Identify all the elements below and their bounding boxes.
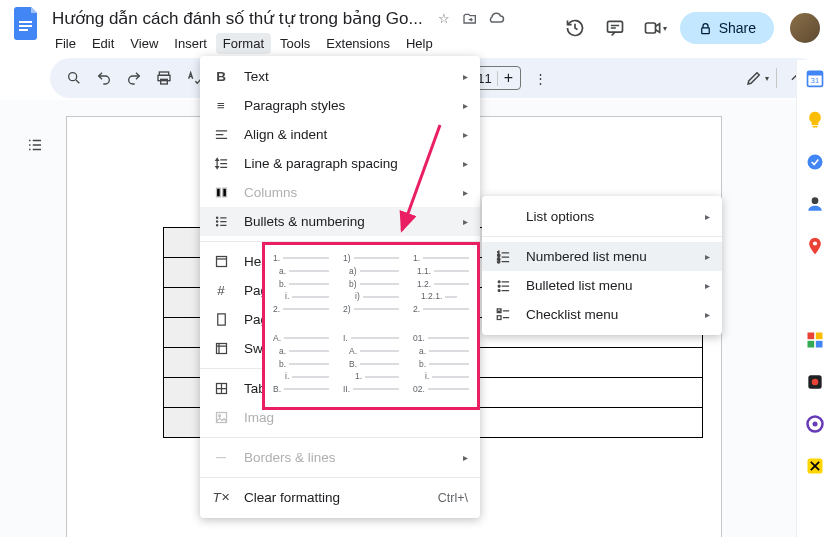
table-icon — [212, 381, 230, 396]
addon-4-icon[interactable] — [805, 456, 825, 476]
outline-icon[interactable] — [20, 130, 50, 160]
list-options[interactable]: List options▸ — [482, 202, 722, 231]
numbered-list-presets: 1. a. b. i. 2. 1) a) b) i) 2) 1. 1.1. 1.… — [262, 242, 480, 410]
document-title[interactable]: Hướng dẫn cách đánh số thứ tự trong bảng… — [48, 6, 427, 31]
numbered-list-menu[interactable]: 123Numbered list menu▸ — [482, 242, 722, 271]
format-columns: Columns▸ — [200, 178, 480, 207]
menu-file[interactable]: File — [48, 33, 83, 54]
chevron-right-icon: ▸ — [463, 129, 468, 140]
svg-rect-34 — [216, 413, 226, 423]
format-text[interactable]: BText▸ — [200, 62, 480, 91]
avatar[interactable] — [790, 13, 820, 43]
bold-icon: B — [212, 69, 230, 84]
move-icon[interactable] — [461, 10, 479, 28]
contacts-icon[interactable] — [805, 194, 825, 214]
tasks-icon[interactable] — [805, 152, 825, 172]
paragraph-icon: ≡ — [212, 98, 230, 113]
svg-text:3: 3 — [497, 258, 500, 264]
maps-icon[interactable] — [805, 236, 825, 256]
svg-rect-20 — [807, 341, 814, 348]
svg-rect-0 — [19, 21, 32, 23]
print-icon[interactable] — [150, 64, 178, 92]
svg-point-28 — [216, 221, 217, 222]
chevron-right-icon: ▸ — [463, 452, 468, 463]
chevron-right-icon: ▸ — [705, 309, 710, 320]
increase-font-icon[interactable]: + — [498, 69, 520, 87]
header: Hướng dẫn cách đánh số thứ tự trong bảng… — [0, 0, 832, 58]
header-actions: ▾ Share — [560, 6, 820, 44]
numbered-list-icon: 123 — [494, 249, 512, 264]
meet-icon[interactable]: ▾ — [640, 13, 670, 43]
chevron-right-icon: ▸ — [463, 100, 468, 111]
menu-extensions[interactable]: Extensions — [319, 33, 397, 54]
comments-icon[interactable] — [600, 13, 630, 43]
svg-rect-30 — [216, 257, 226, 267]
history-icon[interactable] — [560, 13, 590, 43]
svg-point-25 — [812, 422, 817, 427]
more-icon[interactable]: ⋮ — [527, 64, 555, 92]
checklist-icon — [494, 307, 512, 322]
svg-rect-3 — [607, 21, 622, 32]
bullets-icon — [212, 214, 230, 229]
svg-rect-18 — [807, 333, 814, 340]
image-icon — [212, 410, 230, 425]
borders-icon: ─ — [212, 450, 230, 465]
calendar-icon[interactable]: 31 — [805, 68, 825, 88]
chevron-right-icon: ▸ — [463, 71, 468, 82]
checklist-menu[interactable]: Checklist menu▸ — [482, 300, 722, 329]
chevron-right-icon: ▸ — [705, 280, 710, 291]
redo-icon[interactable] — [120, 64, 148, 92]
title-area: Hướng dẫn cách đánh số thứ tự trong bảng… — [48, 6, 560, 58]
format-bullets-numbering[interactable]: Bullets & numbering▸ — [200, 207, 480, 236]
addon-2-icon[interactable] — [805, 372, 825, 392]
menu-tools[interactable]: Tools — [273, 33, 317, 54]
menu-bar: File Edit View Insert Format Tools Exten… — [48, 31, 560, 58]
chevron-right-icon: ▸ — [463, 216, 468, 227]
list-preset-1[interactable]: 1) a) b) i) 2) — [337, 247, 405, 325]
share-label: Share — [719, 20, 756, 36]
svg-point-35 — [218, 415, 220, 417]
edit-mode-icon[interactable]: ▾ — [743, 64, 771, 92]
svg-rect-1 — [19, 25, 32, 27]
format-clear-formatting[interactable]: T✕Clear formattingCtrl+\ — [200, 483, 480, 512]
switch-icon — [212, 341, 230, 356]
bulleted-list-menu[interactable]: Bulleted list menu▸ — [482, 271, 722, 300]
svg-point-39 — [498, 281, 500, 283]
chevron-right-icon: ▸ — [463, 158, 468, 169]
list-preset-2[interactable]: 1. 1.1. 1.2. 1.2.1. 2. — [407, 247, 475, 325]
format-align-indent[interactable]: Align & indent▸ — [200, 120, 480, 149]
star-icon[interactable]: ☆ — [435, 10, 453, 28]
menu-format[interactable]: Format — [216, 33, 271, 54]
keep-icon[interactable] — [805, 110, 825, 130]
share-button[interactable]: Share — [680, 12, 774, 44]
addon-1-icon[interactable] — [805, 330, 825, 350]
menu-edit[interactable]: Edit — [85, 33, 121, 54]
clear-format-icon: T✕ — [212, 490, 230, 505]
svg-rect-5 — [701, 27, 709, 33]
svg-point-27 — [216, 217, 217, 218]
menu-insert[interactable]: Insert — [167, 33, 214, 54]
list-preset-5[interactable]: 01. a. b. i. 02. — [407, 327, 475, 405]
bullets-numbering-submenu: List options▸ 123Numbered list menu▸ Bul… — [482, 196, 722, 335]
svg-point-15 — [807, 155, 822, 170]
addon-3-icon[interactable] — [805, 414, 825, 434]
docs-logo-icon[interactable] — [12, 6, 42, 42]
svg-point-29 — [216, 225, 217, 226]
list-preset-4[interactable]: I. A. B. 1. II. — [337, 327, 405, 405]
list-preset-3[interactable]: A. a. b. i. B. — [267, 327, 335, 405]
search-icon[interactable] — [60, 64, 88, 92]
page-icon — [212, 312, 230, 327]
format-paragraph-styles[interactable]: ≡Paragraph styles▸ — [200, 91, 480, 120]
svg-point-16 — [811, 197, 818, 204]
chevron-right-icon: ▸ — [705, 211, 710, 222]
svg-rect-12 — [807, 71, 822, 75]
menu-view[interactable]: View — [123, 33, 165, 54]
header-icon — [212, 254, 230, 269]
format-line-spacing[interactable]: Line & paragraph spacing▸ — [200, 149, 480, 178]
menu-help[interactable]: Help — [399, 33, 440, 54]
hash-icon: # — [212, 283, 230, 298]
cloud-status-icon[interactable] — [487, 10, 505, 28]
list-preset-0[interactable]: 1. a. b. i. 2. — [267, 247, 335, 325]
columns-icon — [212, 185, 230, 200]
undo-icon[interactable] — [90, 64, 118, 92]
